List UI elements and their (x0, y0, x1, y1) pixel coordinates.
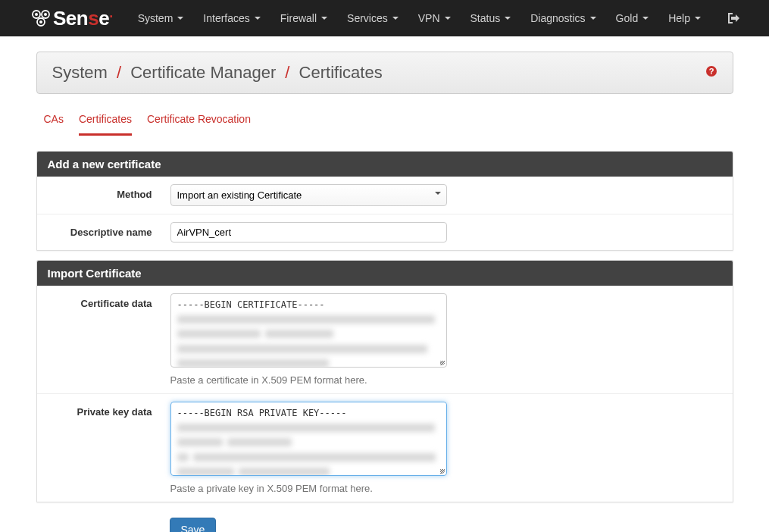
pkdata-textarea[interactable]: -----BEGIN RSA PRIVATE KEY----- (170, 402, 447, 476)
tab-revocation[interactable]: Certificate Revocation (147, 113, 251, 125)
nav-firewall[interactable]: Firewall (280, 12, 327, 24)
row-method: Method Import an existing Certificate (37, 177, 733, 214)
save-button[interactable]: Save (170, 518, 217, 532)
tab-certificates[interactable]: Certificates (79, 113, 132, 125)
logout-icon (728, 13, 740, 23)
row-pkdata: Private key data -----BEGIN RSA PRIVATE … (37, 394, 733, 502)
nav-system[interactable]: System (138, 12, 184, 24)
chevron-down-icon (695, 17, 701, 20)
top-navbar: Sense. System Interfaces Firewall Servic… (0, 0, 769, 36)
nav-help[interactable]: Help (668, 12, 701, 24)
row-descname: Descriptive name (37, 214, 733, 250)
logo-icon (30, 9, 53, 27)
brand-logo[interactable]: Sense. (30, 7, 113, 30)
panel-heading: Import Certificate (37, 261, 733, 286)
nav-interfaces[interactable]: Interfaces (203, 12, 260, 24)
method-select[interactable]: Import an existing Certificate (170, 184, 447, 206)
breadcrumb-certmgr[interactable]: Certificate Manager (130, 63, 276, 82)
descname-input[interactable] (170, 222, 447, 243)
logo-text: Sense. (53, 7, 113, 30)
page-header: System / Certificate Manager / Certifica… (36, 52, 733, 94)
chevron-down-icon (445, 17, 451, 20)
chevron-down-icon (177, 17, 183, 20)
resize-handle-icon[interactable] (439, 468, 446, 475)
certdata-textarea[interactable]: -----BEGIN CERTIFICATE----- (170, 293, 447, 368)
nav-gold[interactable]: Gold (616, 12, 649, 24)
breadcrumb-certs[interactable]: Certificates (299, 63, 383, 82)
panel-import-cert: Import Certificate Certificate data ----… (36, 260, 733, 502)
nav-menu: System Interfaces Firewall Services VPN … (128, 12, 750, 24)
chevron-down-icon (392, 17, 399, 20)
panel-heading: Add a new certificate (37, 152, 733, 177)
tabs: CAs Certificates Certificate Revocation (44, 113, 726, 136)
chevron-down-icon (321, 17, 327, 20)
nav-diagnostics[interactable]: Diagnostics (530, 12, 596, 24)
panel-add-cert: Add a new certificate Method Import an e… (36, 151, 733, 251)
chevron-down-icon (505, 17, 511, 20)
main-content: System / Certificate Manager / Certifica… (29, 52, 741, 532)
method-label: Method (37, 184, 170, 200)
chevron-down-icon (255, 17, 261, 20)
nav-services[interactable]: Services (347, 12, 399, 24)
svg-text:?: ? (708, 67, 714, 76)
breadcrumb-system[interactable]: System (52, 63, 108, 82)
pkdata-label: Private key data (37, 402, 170, 418)
descname-label: Descriptive name (37, 222, 170, 238)
nav-vpn[interactable]: VPN (418, 12, 451, 24)
help-icon[interactable]: ? (705, 65, 717, 80)
chevron-down-icon (642, 17, 649, 20)
logout-button[interactable] (728, 13, 740, 23)
tab-cas[interactable]: CAs (44, 113, 64, 125)
pkdata-help: Paste a private key in X.509 PEM format … (170, 483, 451, 494)
breadcrumb: System / Certificate Manager / Certifica… (52, 63, 383, 83)
resize-handle-icon[interactable] (439, 359, 446, 367)
svg-point-5 (39, 20, 42, 23)
certdata-help: Paste a certificate in X.509 PEM format … (170, 374, 451, 386)
certdata-label: Certificate data (37, 293, 170, 309)
nav-status[interactable]: Status (470, 12, 511, 24)
breadcrumb-sep: / (117, 63, 121, 82)
breadcrumb-sep: / (285, 63, 289, 82)
svg-point-4 (44, 13, 47, 16)
svg-point-3 (35, 13, 38, 16)
chevron-down-icon (590, 17, 596, 20)
row-certdata: Certificate data -----BEGIN CERTIFICATE-… (37, 286, 733, 394)
